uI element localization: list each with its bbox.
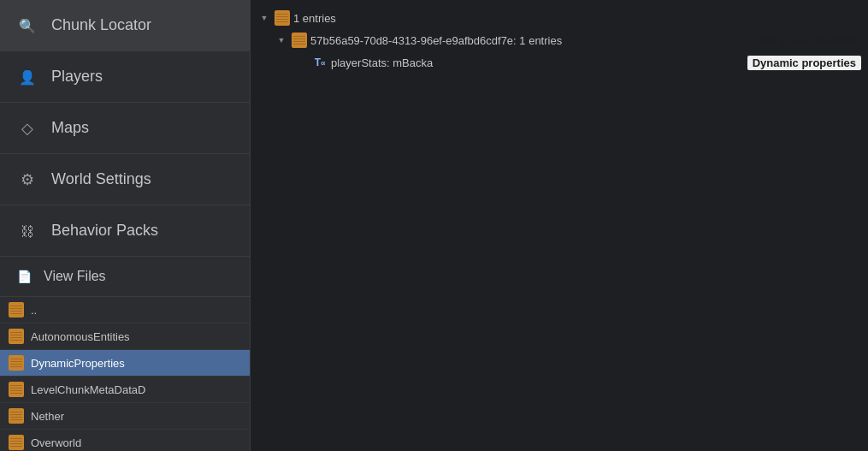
sidebar-item-label: Players <box>51 68 103 86</box>
person-icon <box>17 67 38 86</box>
tree-row-root[interactable]: 1 entries <box>251 7 868 29</box>
sidebar-item-chunk-locator[interactable]: Chunk Locator <box>0 0 250 51</box>
file-folder-icon <box>9 435 24 450</box>
search-icon <box>17 15 38 35</box>
view-files-header: View Files <box>0 257 250 297</box>
file-folder-icon <box>9 355 24 371</box>
share-icon <box>17 221 38 240</box>
text-type-icon: Tα <box>312 55 328 70</box>
file-item-label: LevelChunkMetaDataD <box>31 383 145 396</box>
sidebar-item-label: World Settings <box>51 170 151 188</box>
spacer <box>295 56 309 69</box>
gear-icon <box>17 169 38 189</box>
sidebar-item-behavior-packs[interactable]: Behavior Packs <box>0 205 250 257</box>
file-folder-icon <box>9 408 24 424</box>
file-item-label: DynamicProperties <box>31 357 125 370</box>
view-files-section: View Files .. AutonomousEntities Dynamic… <box>0 257 250 451</box>
chevron-down-icon[interactable] <box>257 11 271 25</box>
diamond-icon <box>17 118 38 138</box>
file-item-overworld[interactable]: Overworld <box>0 430 250 451</box>
sidebar-item-label: Maps <box>51 119 89 137</box>
file-item-dynamic-properties[interactable]: DynamicProperties <box>0 350 250 377</box>
sidebar: Chunk Locator Players Maps World Setting… <box>0 0 251 451</box>
sidebar-item-label: Chunk Locator <box>51 16 151 34</box>
file-item-level-chunk-meta[interactable]: LevelChunkMetaDataD <box>0 377 250 403</box>
file-list: .. AutonomousEntities DynamicProperties … <box>0 297 250 451</box>
tree-player-stats-label: playerStats: mBacka <box>331 56 737 69</box>
file-icon <box>17 269 32 284</box>
sidebar-item-maps[interactable]: Maps <box>0 103 250 154</box>
tree-uuid-label: 57b56a59-70d8-4313-96ef-e9afbd6cdf7e: 1 … <box>310 34 751 47</box>
view-files-label: View Files <box>44 269 106 284</box>
file-folder-icon <box>9 382 24 397</box>
file-folder-icon <box>9 302 24 317</box>
dynamic-properties-label: Dynamic properties <box>747 56 861 70</box>
file-item-label: Overworld <box>31 436 81 449</box>
file-item-autonomous-entities[interactable]: AutonomousEntities <box>0 323 250 350</box>
file-item-label: AutonomousEntities <box>31 330 130 343</box>
file-item-label: .. <box>31 304 37 317</box>
file-item-label: Nether <box>31 410 64 423</box>
tree-root-label: 1 entries <box>293 12 861 25</box>
tree-folder-icon <box>275 10 290 26</box>
chevron-down-icon[interactable] <box>275 33 288 47</box>
bp-module-uuid-label: BP's module UUID. <box>761 34 861 47</box>
tree-view: 1 entries 57b56a59-70d8-4313-96ef-e9afbd… <box>251 0 868 80</box>
file-item-parent[interactable]: .. <box>0 297 250 323</box>
main-content: 1 entries 57b56a59-70d8-4313-96ef-e9afbd… <box>251 0 868 451</box>
tree-row-player-stats[interactable]: Tα playerStats: mBacka Dynamic propertie… <box>251 51 868 74</box>
file-folder-icon <box>9 329 24 344</box>
tree-row-uuid[interactable]: 57b56a59-70d8-4313-96ef-e9afbd6cdf7e: 1 … <box>251 29 868 51</box>
sidebar-item-world-settings[interactable]: World Settings <box>0 154 250 205</box>
tree-folder-icon <box>292 33 307 48</box>
sidebar-item-players[interactable]: Players <box>0 51 250 103</box>
sidebar-item-label: Behavior Packs <box>51 222 158 240</box>
file-item-nether[interactable]: Nether <box>0 403 250 430</box>
